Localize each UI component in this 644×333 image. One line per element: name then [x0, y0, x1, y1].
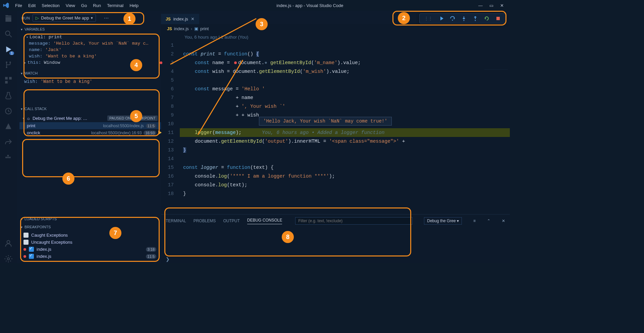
- breakpoint-dot-icon: [23, 248, 26, 251]
- debug-status-badge: PAUSED ON BREAKPOINT: [107, 115, 158, 121]
- menu-view[interactable]: View: [63, 2, 78, 9]
- breakpoint-dot-icon: [23, 255, 26, 258]
- svg-point-16: [464, 20, 465, 21]
- call-stack-thread[interactable]: ☼ Debug the Greet Me app: … PAUSED ON BR…: [19, 114, 161, 122]
- step-into-icon[interactable]: [461, 16, 467, 21]
- checkbox[interactable]: [29, 254, 34, 259]
- continue-icon[interactable]: [438, 16, 444, 21]
- debug-console-scope[interactable]: Debug the Gree ▾: [424, 217, 462, 225]
- panel-maximize-icon[interactable]: ⌃: [487, 219, 490, 223]
- svg-point-14: [7, 258, 10, 260]
- editor-area: JS index.js ✕ JS index.js › ▣ print You,…: [161, 11, 510, 263]
- menu-file[interactable]: File: [12, 2, 25, 9]
- azure-icon[interactable]: [4, 122, 13, 131]
- breakpoint-marker-icon[interactable]: [160, 61, 162, 64]
- account-icon[interactable]: [4, 239, 13, 248]
- editor-tab[interactable]: JS index.js ✕: [161, 14, 199, 24]
- breakpoint-uncaught-exceptions[interactable]: Uncaught Exceptions: [22, 239, 161, 246]
- panel-settings-icon[interactable]: ≡: [473, 219, 476, 223]
- menu-run[interactable]: Run: [90, 2, 104, 9]
- breakpoints-header[interactable]: BREAKPOINTS: [17, 223, 161, 231]
- minimap[interactable]: [484, 69, 508, 106]
- code-content[interactable]: const print = function() { const name = …: [180, 41, 510, 214]
- toolbar-grip-icon[interactable]: ⋮⋮: [424, 16, 432, 21]
- stack-frame[interactable]: print localhost:5500/index.js 11:5: [19, 122, 161, 129]
- svg-rect-10: [7, 157, 9, 158]
- breakpoint-row[interactable]: index.js3:18: [22, 246, 161, 253]
- variable-row[interactable]: message: 'Hello Jack, Your wish `NaN` ma…: [23, 40, 161, 47]
- run-header: RUN ▷ Debug the Greet Me app ▾ ⋯: [17, 11, 161, 25]
- variable-row[interactable]: this: Window: [23, 59, 161, 66]
- current-line-marker-icon: [158, 131, 162, 135]
- menu-terminal[interactable]: Terminal: [104, 2, 126, 9]
- chevron-down-icon[interactable]: ▾: [91, 16, 93, 20]
- docker-icon[interactable]: [4, 153, 13, 162]
- menu-help[interactable]: Help: [126, 2, 142, 9]
- step-out-icon[interactable]: [473, 16, 478, 21]
- debug-toolbar[interactable]: ⋮⋮: [419, 13, 506, 23]
- variable-row[interactable]: wish: 'Want to be a king': [23, 53, 161, 59]
- editor-body[interactable]: 1 2 3 4 5 6 7 8 9 10 11 12 13 14 15 16 1…: [161, 41, 510, 214]
- svg-point-13: [7, 240, 10, 243]
- breakpoint-caught-exceptions[interactable]: Caught Exceptions: [22, 232, 161, 239]
- panel-close-icon[interactable]: ✕: [502, 219, 505, 223]
- svg-point-17: [475, 20, 476, 21]
- svg-rect-7: [5, 81, 8, 84]
- debug-console-prompt[interactable]: ❯: [161, 255, 510, 263]
- close-tab-icon[interactable]: ✕: [191, 16, 195, 21]
- breakpoint-row[interactable]: index.js11:5: [22, 253, 161, 260]
- checkbox[interactable]: [23, 240, 29, 245]
- variable-scope[interactable]: Local: print: [23, 34, 161, 40]
- tab-output[interactable]: OUTPUT: [223, 219, 239, 223]
- variable-row[interactable]: name: 'Jack': [23, 47, 161, 53]
- testing-icon[interactable]: [4, 91, 13, 100]
- explorer-icon[interactable]: [4, 14, 13, 23]
- tab-debug-console[interactable]: DEBUG CONSOLE: [247, 218, 282, 224]
- breakpoints-body: Caught Exceptions Uncaught Exceptions in…: [17, 231, 161, 263]
- js-file-icon: JS: [167, 27, 172, 31]
- restart-icon[interactable]: [484, 16, 489, 21]
- checkbox[interactable]: [23, 233, 29, 238]
- line-gutter[interactable]: 1 2 3 4 5 6 7 8 9 10 11 12 13 14 15 16 1…: [161, 41, 180, 214]
- stop-icon[interactable]: [495, 16, 501, 21]
- variables-header[interactable]: VARIABLES: [17, 25, 161, 33]
- svg-point-15: [452, 20, 453, 21]
- svg-line-1: [9, 35, 12, 37]
- close-icon[interactable]: ✕: [500, 3, 504, 8]
- tab-problems[interactable]: PROBLEMS: [194, 219, 216, 223]
- source-control-icon[interactable]: [4, 60, 13, 69]
- bottom-panel: TERMINAL PROBLEMS OUTPUT DEBUG CONSOLE D…: [161, 214, 510, 263]
- debug-icon[interactable]: 1: [4, 45, 13, 54]
- svg-rect-9: [5, 157, 7, 158]
- remote-icon[interactable]: [4, 107, 13, 115]
- menu-go[interactable]: Go: [78, 2, 90, 9]
- js-file-icon: JS: [166, 17, 171, 21]
- step-over-icon[interactable]: [450, 16, 455, 21]
- extensions-icon[interactable]: [4, 76, 13, 85]
- menu-edit[interactable]: Edit: [25, 2, 39, 9]
- launch-config-select[interactable]: ▷ Debug the Greet Me app ▾: [33, 14, 96, 22]
- svg-point-3: [6, 66, 7, 68]
- breadcrumb[interactable]: JS index.js › ▣ print: [161, 24, 510, 33]
- more-actions-icon[interactable]: ⋯: [104, 15, 109, 21]
- call-stack-header[interactable]: CALL STACK: [17, 105, 161, 113]
- share-icon[interactable]: [4, 138, 13, 146]
- variables-body: Local: print message: 'Hello Jack, Your …: [17, 33, 161, 69]
- symbol-icon: ▣: [194, 26, 198, 31]
- menu-selection[interactable]: Selection: [39, 2, 62, 9]
- debug-console-filter[interactable]: [295, 217, 413, 225]
- settings-icon[interactable]: [4, 254, 13, 263]
- search-icon[interactable]: [4, 30, 13, 38]
- minimize-icon[interactable]: —: [478, 3, 483, 8]
- code-lens[interactable]: You, 6 hours ago | 1 author (You): [161, 33, 510, 41]
- checkbox[interactable]: [29, 247, 34, 252]
- window-title: index.js - app - Visual Studio Code: [142, 3, 478, 8]
- watch-row[interactable]: wish: 'Want to be a king': [24, 79, 156, 84]
- start-debug-icon[interactable]: ▷: [36, 15, 39, 20]
- debug-hover-tooltip: 'Hello Jack, Your wish `NaN` may come tr…: [259, 117, 392, 126]
- loaded-scripts-header[interactable]: LOADED SCRIPTS: [17, 215, 161, 223]
- stack-frame[interactable]: onclick localhost:5500/(index):16:93 16:…: [19, 129, 161, 136]
- watch-header[interactable]: WATCH: [17, 69, 161, 77]
- tab-terminal[interactable]: TERMINAL: [166, 219, 186, 223]
- maximize-icon[interactable]: ▭: [489, 3, 493, 8]
